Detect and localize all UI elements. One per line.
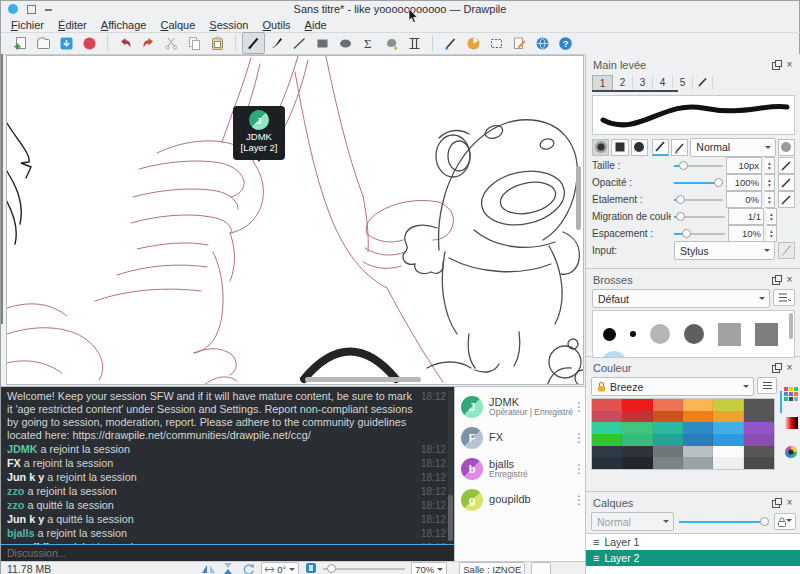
curve-tool-icon[interactable]: Σ (357, 32, 380, 54)
user-menu-icon[interactable]: ⋮ (573, 493, 583, 507)
slider-value[interactable]: 0% (726, 191, 762, 208)
line-tool-icon[interactable] (288, 32, 311, 54)
input-combo[interactable]: Stylus (674, 241, 775, 260)
color-swatch[interactable] (622, 411, 652, 423)
pixel-grid-icon[interactable] (305, 562, 317, 574)
float-dock-icon[interactable] (770, 361, 783, 374)
rotation-control[interactable]: 0° (261, 562, 299, 574)
layer-row[interactable]: ≡Layer 1 (586, 534, 800, 550)
brush-preset-combo[interactable]: Défaut (592, 289, 770, 308)
input-curve-button[interactable] (778, 242, 795, 259)
timer-tool-icon[interactable] (462, 32, 485, 54)
pressure-curve-button[interactable] (778, 157, 795, 174)
canvas-left-scrollbar[interactable] (1, 54, 3, 324)
color-swatch[interactable] (592, 434, 622, 446)
chat-message-input[interactable] (1, 546, 454, 560)
canvas-vertical-scrollbar[interactable] (576, 166, 581, 230)
color-sliders-icon[interactable] (784, 417, 798, 431)
color-swatch[interactable] (653, 422, 683, 434)
laser-pointer-tool-icon[interactable] (439, 32, 462, 54)
menu-affichage[interactable]: Affichage (101, 19, 147, 31)
copy-icon[interactable] (183, 32, 206, 54)
color-swatch[interactable] (744, 422, 774, 434)
save-icon[interactable] (55, 32, 78, 54)
color-swatch[interactable] (592, 422, 622, 434)
user-list-item[interactable]: bbjallsEnregistré⋮ (455, 453, 585, 484)
float-dock-icon[interactable] (770, 58, 783, 71)
brush-preset-pen-tab[interactable] (693, 75, 713, 89)
user-menu-icon[interactable]: ⋮ (573, 462, 583, 476)
brush-preset-tab-3[interactable]: 3 (633, 75, 653, 89)
pressure-curve-button[interactable] (778, 191, 795, 208)
palette-menu-button[interactable] (757, 377, 777, 394)
color-swatch[interactable] (622, 457, 652, 469)
close-dock-icon[interactable]: × (783, 361, 796, 374)
blend-indicator-button[interactable] (778, 139, 795, 156)
canvas-horizontal-scrollbar[interactable] (305, 377, 421, 382)
brush-item[interactable] (684, 324, 704, 344)
color-swatch[interactable] (713, 434, 743, 446)
menu-aide[interactable]: Aide (305, 19, 327, 31)
brush-item[interactable] (718, 323, 741, 346)
color-swatch[interactable] (744, 434, 774, 446)
color-swatch[interactable] (653, 434, 683, 446)
close-dock-icon[interactable]: × (783, 58, 796, 71)
layer-lock-button[interactable] (774, 513, 796, 530)
slider-value[interactable]: 10% (728, 225, 764, 242)
layer-blend-mode-combo[interactable]: Normal (591, 512, 674, 531)
color-swatch[interactable] (592, 399, 622, 411)
color-swatch[interactable] (622, 434, 652, 446)
layer-menu-icon[interactable]: ≡ (593, 552, 599, 564)
redo-icon[interactable] (137, 32, 160, 54)
brushes-menu-button[interactable] (773, 289, 795, 306)
spinner-buttons[interactable]: ▴▾ (765, 191, 775, 208)
edit-annotation-tool-icon[interactable] (508, 32, 531, 54)
color-swatch[interactable] (653, 446, 683, 458)
color-swatch[interactable] (744, 457, 774, 469)
layer-menu-icon[interactable]: ≡ (593, 536, 599, 548)
pen-tool-icon[interactable] (242, 32, 265, 54)
color-swatch[interactable] (683, 446, 713, 458)
user-list-item[interactable]: ggoupildb⋮ (455, 484, 585, 515)
open-file-icon[interactable] (32, 32, 55, 54)
brush-preset-tab-1[interactable]: 1 (592, 75, 613, 90)
brush-shape-square-button[interactable] (611, 139, 628, 156)
session-room-button[interactable]: Salle : IZNOE (459, 562, 525, 574)
user-menu-icon[interactable]: ⋮ (573, 431, 583, 445)
status-extra-button[interactable] (531, 562, 551, 574)
record-session-icon[interactable] (78, 32, 101, 54)
color-swatch[interactable] (653, 399, 683, 411)
brush-preset-tab-4[interactable]: 4 (653, 75, 673, 89)
spinner-buttons[interactable]: ▴▾ (765, 174, 775, 191)
color-swatch[interactable] (744, 399, 774, 411)
draw-mode-button[interactable] (652, 139, 669, 156)
color-swatch[interactable] (713, 399, 743, 411)
float-dock-icon[interactable] (770, 273, 783, 286)
brush-shape-round-button[interactable] (631, 139, 648, 156)
menu-calque[interactable]: Calque (160, 19, 195, 31)
cut-icon[interactable] (160, 32, 183, 54)
slider-value[interactable]: 1/1 (728, 208, 764, 225)
color-swatch[interactable] (683, 457, 713, 469)
brush-blend-mode-combo[interactable]: Normal (690, 138, 775, 157)
float-dock-icon[interactable] (770, 496, 783, 509)
color-wheel-icon[interactable] (784, 445, 798, 461)
fill-tool-icon[interactable] (380, 32, 403, 54)
slider-2[interactable] (674, 193, 723, 206)
color-swatch[interactable] (653, 457, 683, 469)
menu-editer[interactable]: Éditer (58, 19, 87, 31)
color-swatch[interactable] (622, 399, 652, 411)
user-list-item[interactable]: FFX⋮ (455, 422, 585, 453)
zoom-level-control[interactable]: 70% (411, 562, 447, 574)
brush-tool-icon[interactable] (265, 32, 288, 54)
brush-item[interactable] (630, 331, 636, 337)
slider-value[interactable]: 10px (726, 157, 762, 174)
zoom-slider[interactable] (323, 564, 405, 574)
help-icon[interactable]: ? (554, 32, 577, 54)
layer-opacity-slider[interactable] (679, 515, 769, 528)
undo-icon[interactable] (114, 32, 137, 54)
color-swatch[interactable] (592, 446, 622, 458)
spinner-buttons[interactable]: ▴▾ (765, 157, 775, 174)
canvas[interactable]: J JDMK [Layer 2] (6, 55, 584, 385)
brush-preset-list[interactable] (592, 310, 795, 358)
